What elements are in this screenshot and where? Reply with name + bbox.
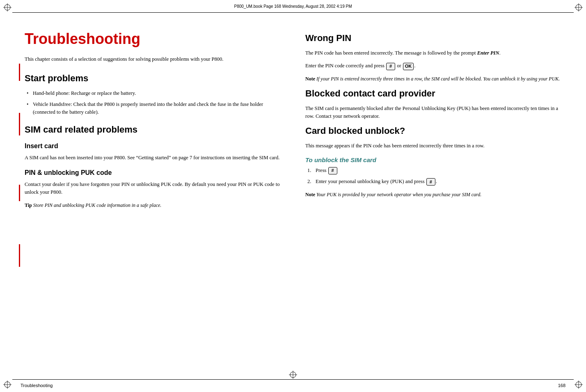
reg-mark-br bbox=[575, 381, 583, 389]
hash-key: # bbox=[386, 63, 395, 70]
insert-card-body: A SIM card has not been inserted into yo… bbox=[25, 154, 281, 162]
book-info-bar: P800_UM.book Page 168 Wednesday, August … bbox=[21, 4, 565, 9]
footer-bar: Troubleshooting 168 bbox=[21, 383, 565, 388]
section-sim-problems: SIM card related problems bbox=[25, 124, 281, 135]
content-area: Troubleshooting This chapter consists of… bbox=[25, 23, 561, 369]
bottom-center-mark bbox=[289, 371, 297, 381]
step2-num: 2. bbox=[307, 178, 311, 186]
enter-pin-instruction: Enter the PIN code correctly and press #… bbox=[305, 62, 561, 70]
section-card-blocked: Card blocked unblock? bbox=[305, 126, 561, 136]
step1-num: 1. bbox=[307, 167, 311, 174]
section-wrong-pin: Wrong PIN bbox=[305, 33, 561, 44]
step2-hash-key: # bbox=[426, 178, 435, 186]
colored-heading: To unblock the SIM card bbox=[305, 156, 561, 163]
section-start-problems: Start problems bbox=[25, 73, 281, 84]
step1-hash-key: # bbox=[328, 167, 337, 174]
list-item-vehicle: Vehicle Handsfree: Check that the P800 i… bbox=[27, 101, 281, 116]
footer-left: Troubleshooting bbox=[21, 383, 53, 388]
card-blocked-body: This message appears if the PIN code has… bbox=[305, 142, 561, 150]
ok-key: OK bbox=[403, 63, 414, 70]
section-blocked: Blocked contact card provider bbox=[305, 88, 561, 99]
note-2: Note Your PUK is provided by your networ… bbox=[305, 191, 561, 198]
subsection-insert-card: Insert card bbox=[25, 142, 281, 150]
left-column: Troubleshooting This chapter consists of… bbox=[25, 23, 281, 369]
wrong-pin-body: The PIN code has been entered incorrectl… bbox=[305, 49, 561, 57]
reg-mark-bl bbox=[3, 381, 11, 389]
step-2: 2. Enter your personal unblocking key (P… bbox=[307, 178, 561, 186]
main-title: Troubleshooting bbox=[25, 31, 281, 47]
note-label-1: Note bbox=[305, 76, 315, 82]
accent-bar-pin bbox=[19, 244, 20, 267]
accent-bar-insert bbox=[19, 185, 20, 201]
tip-text: Tip Store PIN and unblocking PUK code in… bbox=[25, 202, 281, 209]
unblock-steps: 1. Press # 2. Enter your personal unbloc… bbox=[305, 167, 561, 186]
right-column: Wrong PIN The PIN code has been entered … bbox=[305, 23, 561, 369]
start-problems-list: Hand-held phone: Recharge or replace the… bbox=[25, 89, 281, 116]
blocked-body: The SIM card is permanently blocked afte… bbox=[305, 105, 561, 121]
accent-bar-intro bbox=[19, 64, 20, 81]
accent-bar-vehicle bbox=[19, 113, 20, 135]
pin-body: Contact your dealer if you have forgotte… bbox=[25, 181, 281, 197]
book-info-text: P800_UM.book Page 168 Wednesday, August … bbox=[234, 4, 352, 9]
note-label-2: Note bbox=[305, 192, 315, 197]
enter-pin-prompt: Enter PIN bbox=[477, 50, 499, 56]
top-border bbox=[12, 12, 574, 13]
list-item-handheld: Hand-held phone: Recharge or replace the… bbox=[27, 89, 281, 97]
tip-label: Tip bbox=[25, 202, 32, 208]
step-1: 1. Press # bbox=[307, 167, 561, 174]
reg-mark-tr bbox=[575, 3, 583, 11]
reg-mark-tl bbox=[3, 3, 11, 11]
subsection-pin: PIN & unblocking PUK code bbox=[25, 169, 281, 177]
page: P800_UM.book Page 168 Wednesday, August … bbox=[0, 0, 586, 392]
intro-text: This chapter consists of a selection of … bbox=[25, 55, 281, 63]
note-wrong-pin: Note If your PIN is entered incorrectly … bbox=[305, 75, 561, 83]
footer-right: 168 bbox=[558, 383, 565, 388]
